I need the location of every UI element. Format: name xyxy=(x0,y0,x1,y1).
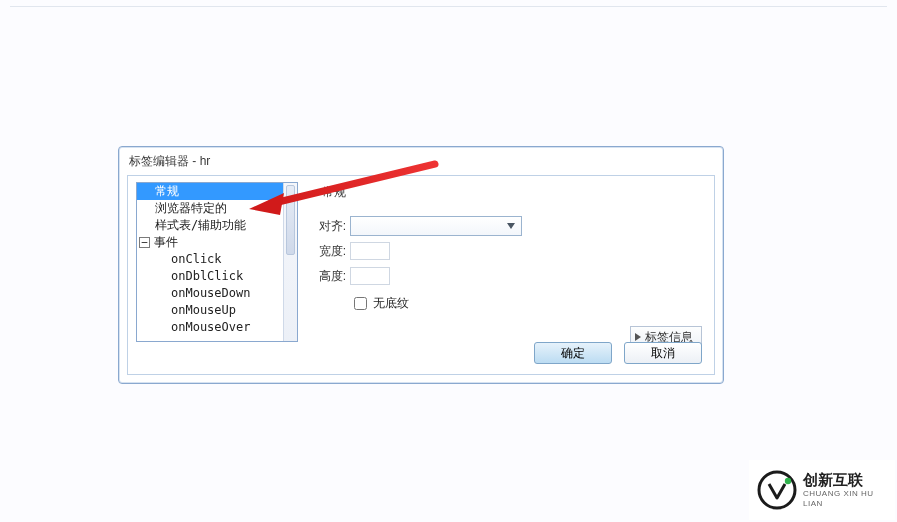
tree-item[interactable]: onMouseOver xyxy=(137,319,283,336)
cancel-button[interactable]: 取消 xyxy=(624,342,702,364)
properties-pane: -常规 对齐: 宽度: 高度: xyxy=(308,182,706,366)
dialog-buttons: 确定 取消 xyxy=(534,342,702,364)
height-input[interactable] xyxy=(350,267,390,285)
tree-item[interactable]: onMouseDown xyxy=(137,285,283,302)
tree-item[interactable]: onClick xyxy=(137,251,283,268)
tree-item-label: 事件 xyxy=(154,234,178,251)
form-area: 对齐: 宽度: 高度: 无底纹 xyxy=(308,214,706,314)
dialog-body: 常规浏览器特定的样式表/辅助功能−事件onClickonDblClickonMo… xyxy=(127,175,715,375)
svg-point-0 xyxy=(759,472,795,508)
svg-point-1 xyxy=(785,478,791,484)
scrollbar-thumb[interactable] xyxy=(286,185,295,255)
align-combo[interactable] xyxy=(350,216,522,236)
tag-editor-dialog: 标签编辑器 - hr 常规浏览器特定的样式表/辅助功能−事件onClickonD… xyxy=(118,146,724,384)
watermark-text: 创新互联 CHUANG XIN HU LIAN xyxy=(803,471,895,510)
tree-item-label: onMouseUp xyxy=(171,302,236,319)
tree-item-label: onClick xyxy=(171,251,222,268)
ok-label: 确定 xyxy=(561,346,585,360)
align-label: 对齐: xyxy=(308,218,350,235)
noshade-checkbox[interactable] xyxy=(354,297,367,310)
width-label: 宽度: xyxy=(308,243,350,260)
height-label: 高度: xyxy=(308,268,350,285)
triangle-right-icon xyxy=(635,333,641,341)
row-align: 对齐: xyxy=(308,214,706,238)
tree-item[interactable]: onMouseUp xyxy=(137,302,283,319)
tree-item-label: onDblClick xyxy=(171,268,243,285)
width-input[interactable] xyxy=(350,242,390,260)
tree-item-label: onMouseOver xyxy=(171,319,250,336)
tree-item-label: 常规 xyxy=(155,183,179,200)
tree-item[interactable]: onDblClick xyxy=(137,268,283,285)
category-tree[interactable]: 常规浏览器特定的样式表/辅助功能−事件onClickonDblClickonMo… xyxy=(137,183,283,341)
watermark: 创新互联 CHUANG XIN HU LIAN xyxy=(749,460,895,520)
chevron-down-icon xyxy=(503,218,519,234)
section-name: 常规 xyxy=(322,185,346,199)
row-width: 宽度: xyxy=(308,239,706,263)
tree-item-label: onMouseDown xyxy=(171,285,250,302)
watermark-logo-icon xyxy=(757,470,797,510)
tree-item-label: 样式表/辅助功能 xyxy=(155,217,246,234)
category-tree-panel: 常规浏览器特定的样式表/辅助功能−事件onClickonDblClickonMo… xyxy=(136,182,298,342)
section-header: -常规 xyxy=(308,184,346,201)
tree-item[interactable]: 常规 xyxy=(137,183,283,200)
row-height: 高度: xyxy=(308,264,706,288)
tree-item[interactable]: −事件 xyxy=(137,234,283,251)
noshade-label: 无底纹 xyxy=(373,295,409,312)
cancel-label: 取消 xyxy=(651,346,675,360)
tree-item[interactable]: 浏览器特定的 xyxy=(137,200,283,217)
tree-item-label: 浏览器特定的 xyxy=(155,200,227,217)
top-divider xyxy=(10,6,887,7)
collapse-icon[interactable]: − xyxy=(139,237,150,248)
ok-button[interactable]: 确定 xyxy=(534,342,612,364)
tree-item[interactable]: 样式表/辅助功能 xyxy=(137,217,283,234)
row-noshade: 无底纹 xyxy=(308,292,706,314)
dialog-title: 标签编辑器 - hr xyxy=(129,153,210,170)
watermark-cn: 创新互联 xyxy=(803,471,895,490)
dash-separator: - xyxy=(308,185,322,199)
watermark-en: CHUANG XIN HU LIAN xyxy=(803,489,895,509)
scrollbar-vertical[interactable] xyxy=(283,183,297,341)
